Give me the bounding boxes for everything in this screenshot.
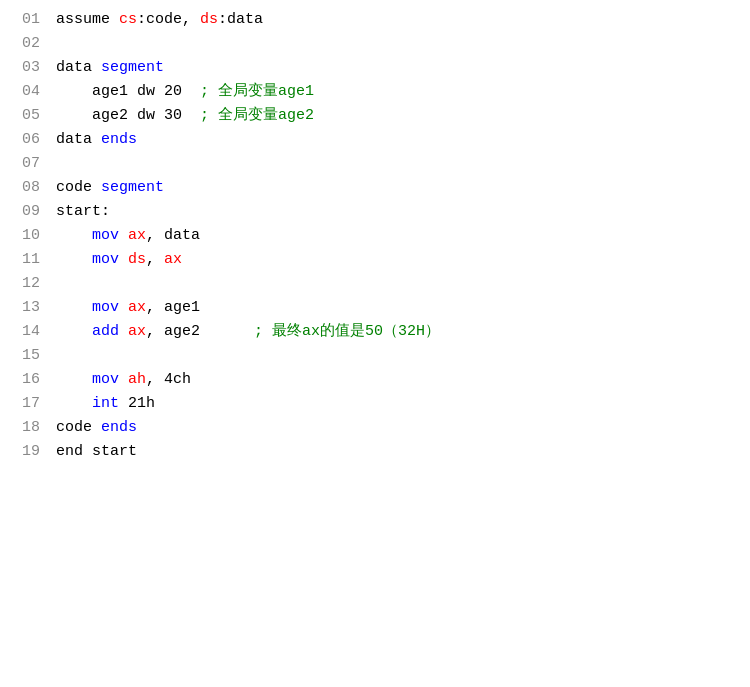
line-number: 19 xyxy=(8,440,40,464)
token: cs xyxy=(119,11,137,28)
token: ds xyxy=(200,11,218,28)
code-line xyxy=(56,272,742,296)
code-line: code segment xyxy=(56,176,742,200)
code-editor: 01020304050607080910111213141516171819 a… xyxy=(0,0,750,687)
line-number: 18 xyxy=(8,416,40,440)
token: ; 最终ax的值是50（32H） xyxy=(254,323,440,340)
token xyxy=(56,227,92,244)
code-line: data segment xyxy=(56,56,742,80)
code-line: assume cs:code, ds:data xyxy=(56,8,742,32)
token: ends xyxy=(101,419,137,436)
code-line: age1 dw 20 ; 全局变量age1 xyxy=(56,80,742,104)
line-number: 16 xyxy=(8,368,40,392)
code-line: mov ds, ax xyxy=(56,248,742,272)
token: mov xyxy=(92,299,128,316)
token: add xyxy=(92,323,128,340)
code-line: int 21h xyxy=(56,392,742,416)
code-line xyxy=(56,152,742,176)
code-line: age2 dw 30 ; 全局变量age2 xyxy=(56,104,742,128)
token xyxy=(56,371,92,388)
token: , data xyxy=(146,227,200,244)
token: :code, xyxy=(137,11,200,28)
token: code xyxy=(56,419,101,436)
line-number: 06 xyxy=(8,128,40,152)
line-number: 05 xyxy=(8,104,40,128)
token: segment xyxy=(101,179,164,196)
token: ax xyxy=(128,227,146,244)
line-number: 13 xyxy=(8,296,40,320)
line-number: 10 xyxy=(8,224,40,248)
token xyxy=(56,251,92,268)
code-line xyxy=(56,32,742,56)
token: 21h xyxy=(119,395,155,412)
token: , 4ch xyxy=(146,371,191,388)
line-number: 03 xyxy=(8,56,40,80)
line-number: 08 xyxy=(8,176,40,200)
token: ; 全局变量age2 xyxy=(200,107,314,124)
token: ds xyxy=(128,251,146,268)
token: , age1 xyxy=(146,299,200,316)
token: start: xyxy=(56,203,110,220)
token: ax xyxy=(164,251,182,268)
line-number: 01 xyxy=(8,8,40,32)
token: ends xyxy=(101,131,137,148)
token: mov xyxy=(92,371,128,388)
token: data xyxy=(56,59,101,76)
code-line: add ax, age2 ; 最终ax的值是50（32H） xyxy=(56,320,742,344)
token: ah xyxy=(128,371,146,388)
token: data xyxy=(56,131,101,148)
token: ax xyxy=(128,299,146,316)
token: mov xyxy=(92,251,128,268)
token: assume xyxy=(56,11,119,28)
line-number: 14 xyxy=(8,320,40,344)
code-content: assume cs:code, ds:data data segment age… xyxy=(48,8,750,679)
token: age2 dw 30 xyxy=(56,107,200,124)
token: end start xyxy=(56,443,137,460)
code-line: mov ax, data xyxy=(56,224,742,248)
line-number: 15 xyxy=(8,344,40,368)
token: mov xyxy=(92,227,128,244)
line-number: 07 xyxy=(8,152,40,176)
code-line: data ends xyxy=(56,128,742,152)
token: code xyxy=(56,179,101,196)
code-line xyxy=(56,344,742,368)
token: ; 全局变量age1 xyxy=(200,83,314,100)
line-number: 11 xyxy=(8,248,40,272)
code-line: mov ah, 4ch xyxy=(56,368,742,392)
code-line: start: xyxy=(56,200,742,224)
token: int xyxy=(92,395,119,412)
code-line: code ends xyxy=(56,416,742,440)
token: ax xyxy=(128,323,146,340)
token: segment xyxy=(101,59,164,76)
token xyxy=(56,395,92,412)
token: , age2 xyxy=(146,323,254,340)
line-numbers: 01020304050607080910111213141516171819 xyxy=(0,8,48,679)
token: age1 dw 20 xyxy=(56,83,200,100)
line-number: 04 xyxy=(8,80,40,104)
line-number: 09 xyxy=(8,200,40,224)
code-line: mov ax, age1 xyxy=(56,296,742,320)
token: , xyxy=(146,251,164,268)
line-number: 02 xyxy=(8,32,40,56)
line-number: 17 xyxy=(8,392,40,416)
token xyxy=(56,323,92,340)
token: :data xyxy=(218,11,263,28)
line-number: 12 xyxy=(8,272,40,296)
code-line: end start xyxy=(56,440,742,464)
token xyxy=(56,299,92,316)
